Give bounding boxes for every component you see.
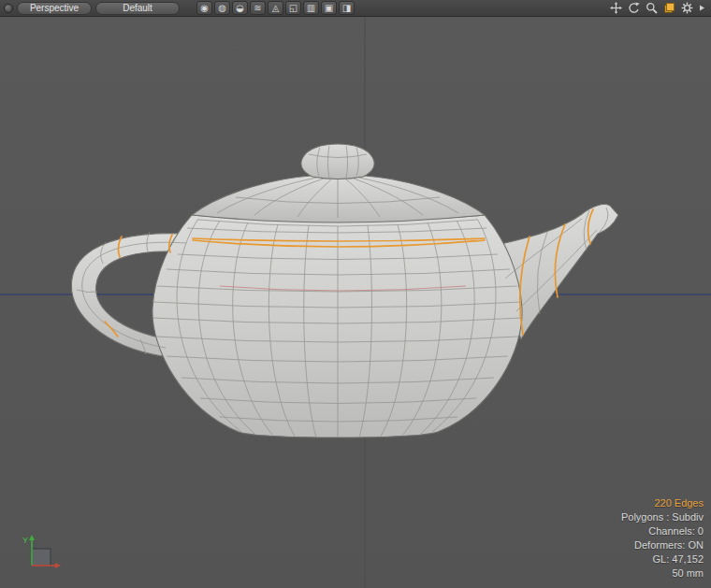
zoom-icon[interactable] xyxy=(645,1,659,15)
draw-style-wireframe-icon[interactable]: ≋ xyxy=(250,1,266,15)
draw-style-cage-icon[interactable]: ▣ xyxy=(321,1,337,15)
viewport-toolbar: Perspective Default ◉ ◍ ◒ ≋ ◬ ◱ ▥ ▣ ◨ xyxy=(0,0,711,17)
teapot-knob xyxy=(301,144,374,179)
draw-style-uv-icon[interactable]: ◱ xyxy=(285,1,301,15)
hud-lens: 50 mm xyxy=(621,566,704,581)
teapot-lid xyxy=(192,176,485,222)
y-axis-label: Y xyxy=(22,536,28,545)
draw-style-split-icon[interactable]: ◨ xyxy=(339,1,355,15)
hud-channels: Channels: 0 xyxy=(621,524,704,538)
orbit-icon[interactable] xyxy=(627,1,641,15)
shading-preset-button[interactable]: Default xyxy=(95,2,180,15)
hud-gl-count: GL: 47,152 xyxy=(621,552,704,566)
viewport-options-dot-button[interactable] xyxy=(4,4,13,13)
hud-polygons: Polygons : Subdiv xyxy=(621,510,704,524)
viewport-type-button[interactable]: Perspective xyxy=(17,2,92,15)
draw-style-grid-icon[interactable]: ▥ xyxy=(303,1,319,15)
workplane-square xyxy=(32,549,51,566)
x-axis-arrow xyxy=(55,563,61,568)
viewport-nav-tools xyxy=(609,1,707,15)
settings-gear-icon[interactable] xyxy=(680,1,694,15)
viewport-3d[interactable]: Y 220 Edges Polygons : Subdiv Channels: … xyxy=(0,17,711,588)
draw-style-globe-icon[interactable]: ◍ xyxy=(214,1,230,15)
overflow-arrow-icon[interactable] xyxy=(698,1,705,15)
hud-deformers: Deformers: ON xyxy=(621,538,704,552)
draw-style-matcap-icon[interactable]: ◒ xyxy=(232,1,248,15)
viewport-hud: 220 Edges Polygons : Subdiv Channels: 0 … xyxy=(621,496,704,581)
workplane-icon[interactable] xyxy=(662,1,676,15)
draw-style-shaded-icon[interactable]: ◉ xyxy=(196,1,212,15)
modeling-app-window: Perspective Default ◉ ◍ ◒ ≋ ◬ ◱ ▥ ▣ ◨ xyxy=(0,0,711,588)
hud-edge-count: 220 Edges xyxy=(621,496,704,510)
pan-icon[interactable] xyxy=(609,1,623,15)
draw-style-button-group: ◉ ◍ ◒ ≋ ◬ ◱ ▥ ▣ ◨ xyxy=(196,1,355,15)
teapot-scene xyxy=(0,17,711,588)
y-axis-arrow xyxy=(29,535,35,540)
draw-style-mesh-icon[interactable]: ◬ xyxy=(268,1,283,15)
teapot-body xyxy=(152,215,522,437)
axis-gizmo: Y xyxy=(22,532,67,577)
